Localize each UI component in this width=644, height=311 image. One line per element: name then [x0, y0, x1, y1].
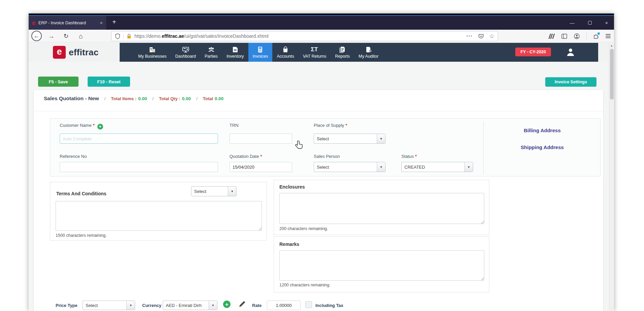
rate-input[interactable] — [267, 301, 301, 310]
invoice-settings-button[interactable]: Invoice Settings — [545, 77, 596, 87]
total-items: Total Items :0.00 — [111, 95, 147, 102]
terms-select[interactable]: Select ▼ — [191, 186, 237, 196]
chevron-down-icon: ▼ — [377, 162, 385, 172]
customer-name-label: Customer Name*+ — [60, 123, 103, 130]
new-tab-button[interactable]: + — [112, 18, 116, 26]
sales-person-label: Sales Person — [314, 154, 340, 159]
pocket-icon[interactable] — [478, 33, 484, 39]
app-header: e effitrac My Businesses Dashboard Parti… — [29, 43, 609, 62]
enclosures-panel: Enclosures 200 characters remaining. — [274, 180, 489, 235]
nav-item-reports[interactable]: Reports — [331, 43, 354, 62]
page-actions-icon[interactable]: ··· — [466, 33, 473, 39]
nav-item-label: My Businesses — [138, 54, 166, 59]
bookmark-star-icon[interactable]: ☆ — [489, 33, 494, 40]
home-button[interactable]: ⌂ — [76, 30, 86, 43]
nav-item-inventory[interactable]: Inventory — [222, 43, 248, 62]
nav-item-dashboard[interactable]: Dashboard — [171, 43, 200, 62]
sales-person-select[interactable]: Select ▼ — [314, 162, 386, 172]
nav-item-label: Invoices — [253, 54, 268, 59]
forward-button[interactable]: → — [46, 30, 56, 43]
url-bar[interactable]: https://demo.effitrac.ae/ui/gst/vat/sale… — [111, 31, 498, 41]
title-divider — [34, 111, 603, 111]
shipping-address-link[interactable]: Shipping Address — [484, 144, 601, 150]
back-button[interactable]: ← — [31, 31, 42, 41]
place-of-supply-select[interactable]: Select ▼ — [314, 134, 386, 144]
add-currency-icon[interactable]: + — [223, 301, 231, 308]
scrollbar-thumb[interactable] — [610, 49, 614, 100]
library-icon[interactable] — [549, 34, 555, 39]
brand[interactable]: e effitrac — [29, 43, 120, 62]
nav-item-my-auditor[interactable]: My Auditor — [354, 43, 383, 62]
remarks-textarea[interactable] — [279, 250, 484, 281]
billing-address-link[interactable]: Billing Address — [484, 128, 601, 133]
total-items-value: 0.00 — [138, 96, 147, 101]
reference-no-label: Reference No — [60, 154, 87, 159]
currency-select[interactable]: AED - Emirati Dirh ▼ — [163, 301, 217, 310]
toolbar-right-icons — [549, 30, 611, 43]
toolbar-divider — [586, 32, 587, 40]
connection-lock-icon[interactable] — [127, 33, 131, 39]
invoices-icon — [256, 46, 264, 53]
status-select[interactable]: CREATED ▼ — [401, 162, 473, 172]
quotation-date-input[interactable] — [229, 162, 292, 172]
nav-item-label: Inventory — [226, 54, 244, 59]
nav-item-my-businesses[interactable]: My Businesses — [134, 43, 171, 62]
nav-item-accounts[interactable]: Accounts — [272, 43, 298, 62]
nav-item-parties[interactable]: Parties — [200, 43, 222, 62]
enclosures-textarea[interactable] — [279, 193, 484, 224]
window-close-button[interactable]: × — [605, 21, 608, 25]
reports-icon — [339, 46, 346, 53]
tab-close-icon[interactable]: × — [100, 20, 103, 26]
edit-pencil-icon[interactable] — [238, 300, 246, 309]
my-businesses-icon — [149, 46, 156, 53]
menu-hamburger-icon[interactable] — [606, 34, 611, 38]
dashboard-icon — [182, 46, 189, 53]
place-of-supply-label: Place of Supply* — [314, 123, 347, 128]
including-tax-checkbox[interactable] — [305, 301, 312, 308]
separator: / — [152, 96, 154, 101]
chevron-down-icon: ▼ — [209, 301, 217, 310]
total-amount-label: Total — [203, 96, 213, 101]
terms-remaining-text: 1500 characters remaining. — [56, 233, 106, 238]
total-items-label: Total Items : — [111, 96, 136, 101]
window-restore-button[interactable] — [588, 21, 592, 25]
trn-label: TRN — [229, 123, 239, 128]
reset-button[interactable]: F10 - Reset — [88, 77, 130, 87]
window-minimize-button[interactable]: — — [570, 21, 575, 25]
scroll-up-icon[interactable]: ▲ — [609, 43, 614, 47]
price-type-value: Select — [83, 303, 126, 308]
tracking-shield-icon[interactable] — [115, 33, 120, 39]
user-profile-icon[interactable] — [566, 47, 575, 57]
chevron-down-icon: ▼ — [377, 134, 385, 143]
browser-window: e ERP - Invoice Dashboard × + — × ← → ↻ … — [29, 13, 614, 311]
sidebar-icon[interactable] — [561, 34, 567, 39]
trn-input[interactable] — [229, 134, 292, 144]
reload-button[interactable]: ↻ — [61, 30, 71, 43]
terms-textarea[interactable] — [56, 201, 262, 231]
browser-tab-bar: e ERP - Invoice Dashboard × + — × — [29, 16, 614, 30]
fiscal-year-badge[interactable]: FY - CY-2020 — [515, 48, 551, 56]
effitrac-logo-icon: e — [53, 46, 66, 59]
price-type-select[interactable]: Select ▼ — [83, 301, 135, 310]
nav-item-invoices[interactable]: Invoices — [248, 43, 273, 62]
url-bar-actions: ··· ☆ — [466, 33, 494, 40]
nav-item-label: Reports — [335, 54, 350, 59]
tab-title: ERP - Invoice Dashboard — [38, 21, 97, 25]
url-prefix: https://demo. — [134, 33, 162, 39]
cursor-hand-icon — [294, 140, 303, 150]
nav-item-vat-returns[interactable]: ΣT VAT Returns — [299, 43, 331, 62]
chevron-down-icon: ▼ — [464, 162, 473, 172]
inventory-icon — [232, 46, 239, 53]
page-scrollbar[interactable]: ▲ — [609, 43, 614, 311]
save-button[interactable]: F5 - Save — [38, 77, 79, 87]
browser-tab[interactable]: e ERP - Invoice Dashboard × — [29, 16, 106, 30]
nav-item-label: Accounts — [277, 54, 294, 59]
account-icon[interactable] — [574, 33, 580, 39]
terms-panel: Terms And Conditions Select ▼ 1500 chara… — [50, 182, 267, 241]
add-customer-icon[interactable]: + — [97, 124, 103, 130]
extensions-icon[interactable] — [593, 33, 599, 39]
customer-name-input[interactable] — [60, 134, 218, 144]
reference-no-input[interactable] — [60, 162, 218, 172]
total-qty-value: 0.00 — [182, 96, 191, 101]
separator: / — [196, 96, 197, 101]
